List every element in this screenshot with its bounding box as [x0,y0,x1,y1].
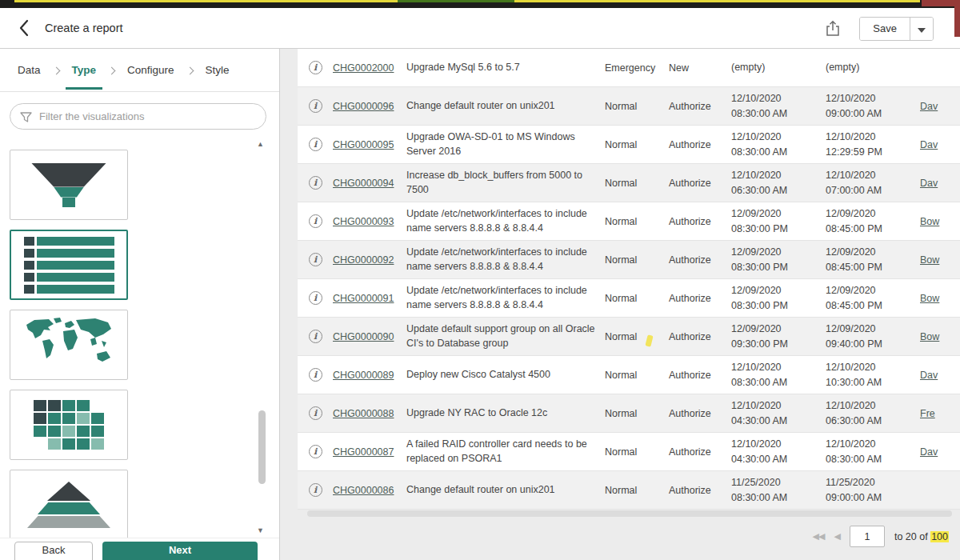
previous-page-icon[interactable]: ◀ [834,531,839,542]
chevron-down-icon [918,28,926,33]
filter-funnel-icon [20,111,32,126]
assignee-link[interactable]: Dav [920,101,952,112]
save-button[interactable]: Save [860,18,910,40]
state-cell: Authorize [669,216,731,227]
row-info-cell: i [298,368,333,382]
save-dropdown-button[interactable] [910,18,933,40]
info-icon[interactable]: i [309,61,322,74]
end-date-cell: 12/10/2020 10:30:00 AM [826,360,920,389]
report-preview-table: i CHG0002000 Upgrade MySql 5.6 to 5.7 Em… [298,49,960,510]
table-row: i CHG0000087 A failed RAID controller ca… [298,433,960,471]
change-number-link[interactable]: CHG0000090 [333,331,394,342]
state-cell: Authorize [669,139,731,150]
change-number-link[interactable]: CHG0000091 [333,293,394,304]
priority-cell: Normal [605,485,669,496]
window-top-strip [0,0,960,8]
vertical-scrollbar-thumb[interactable] [258,410,266,484]
change-number-link[interactable]: CHG0000087 [333,446,394,458]
viz-card-map[interactable] [10,310,128,380]
info-icon[interactable]: i [309,176,322,190]
change-number-link[interactable]: CHG0000094 [333,178,394,189]
info-icon[interactable]: i [309,330,322,343]
end-date-cell: 12/10/2020 06:30:00 AM [826,398,920,427]
change-number-link[interactable]: CHG0002000 [333,62,394,74]
state-cell: Authorize [669,408,731,419]
first-page-icon[interactable]: ◀◀ [813,531,825,542]
priority-cell: Normal [605,139,669,150]
viz-card-list[interactable] [10,230,128,300]
wizard-step-type[interactable]: Type [72,64,97,76]
end-date-cell: (empty) [826,60,920,74]
change-number-cell: CHG0000087 [333,446,406,458]
assignee-link[interactable]: Dav [920,178,952,189]
assignee-link[interactable]: Bow [920,254,952,266]
assignee-link[interactable]: Bow [920,293,952,304]
short-description-cell: Update /etc/network/interfaces to includ… [406,207,605,235]
change-number-cell: CHG0000089 [333,370,406,381]
back-button[interactable]: Back [14,542,93,560]
world-map-icon [22,317,116,373]
page-title: Create a report [45,8,123,48]
short-description-cell: Increase db_block_buffers from 5000 to 7… [406,169,605,197]
info-icon[interactable]: i [309,445,322,458]
table-row: i CHG0000093 Update /etc/network/interfa… [298,202,960,241]
info-icon[interactable]: i [309,368,322,382]
filter-visualizations-input[interactable] [10,103,266,130]
scroll-down-icon[interactable]: ▼ [257,526,264,534]
state-cell: New [669,62,731,74]
wizard-step-style[interactable]: Style [206,64,230,76]
start-date-cell: 12/09/2020 08:30:00 PM [731,206,826,235]
assignee-link[interactable]: Bow [920,216,952,227]
priority-cell: Normal [605,101,669,112]
priority-cell: Normal [605,293,669,304]
priority-cell: Normal [605,446,669,458]
end-date-cell: 12/09/2020 08:45:00 PM [826,283,920,312]
share-icon[interactable] [826,20,840,39]
viz-card-pyramid[interactable] [10,470,128,538]
start-date-cell: 12/09/2020 08:30:00 PM [731,283,826,312]
change-number-link[interactable]: CHG0000095 [333,139,394,150]
info-icon[interactable]: i [309,99,322,113]
wizard-step-configure[interactable]: Configure [127,64,174,76]
page-number-input[interactable] [850,526,885,547]
change-number-link[interactable]: CHG0000086 [333,485,394,496]
change-number-link[interactable]: CHG0000088 [333,408,394,419]
short-description-cell: Deploy new Cisco Catalyst 4500 [406,368,605,382]
info-icon[interactable]: i [309,138,322,151]
info-icon[interactable]: i [309,291,322,305]
change-number-cell: CHG0000090 [333,331,406,342]
viz-card-funnel[interactable] [10,150,128,220]
priority-cell: Emergency [605,62,669,74]
row-info-cell: i [298,214,333,228]
viz-card-heatmap[interactable] [10,390,128,460]
change-number-link[interactable]: CHG0000092 [333,254,394,266]
start-date-cell: 11/25/2020 08:30:00 AM [731,475,826,504]
info-icon[interactable]: i [309,253,322,266]
scroll-up-icon[interactable]: ▲ [257,140,264,148]
change-number-link[interactable]: CHG0000096 [333,101,394,112]
change-number-cell: CHG0000095 [333,139,406,150]
back-chevron-icon[interactable] [14,18,34,39]
info-icon[interactable]: i [309,406,322,420]
assignee-link[interactable]: Dav [920,446,952,458]
save-button-group: Save [859,17,934,41]
change-table-body: i CHG0002000 Upgrade MySql 5.6 to 5.7 Em… [298,49,960,510]
info-icon[interactable]: i [309,483,322,497]
start-date-cell: 12/10/2020 04:30:00 AM [731,437,826,466]
change-number-link[interactable]: CHG0000089 [333,370,394,381]
next-button[interactable]: Next [102,542,258,560]
assignee-link[interactable]: Dav [920,139,952,150]
assignee-link[interactable]: Fre [920,408,952,419]
info-icon[interactable]: i [309,214,322,228]
start-date-cell: (empty) [731,60,826,74]
short-description-cell: Upgrade MySql 5.6 to 5.7 [406,61,605,75]
assignee-link[interactable]: Dav [920,370,952,381]
change-number-link[interactable]: CHG0000093 [333,216,394,227]
wizard-step-data[interactable]: Data [18,64,41,76]
state-cell: Authorize [669,446,731,458]
table-row: i CHG0000095 Upgrade OWA-SD-01 to MS Win… [298,126,960,164]
assignee-link[interactable]: Bow [920,331,952,342]
start-date-cell: 12/10/2020 04:30:00 AM [731,398,826,427]
state-cell: Authorize [669,254,731,266]
horizontal-scrollbar[interactable] [307,510,952,517]
